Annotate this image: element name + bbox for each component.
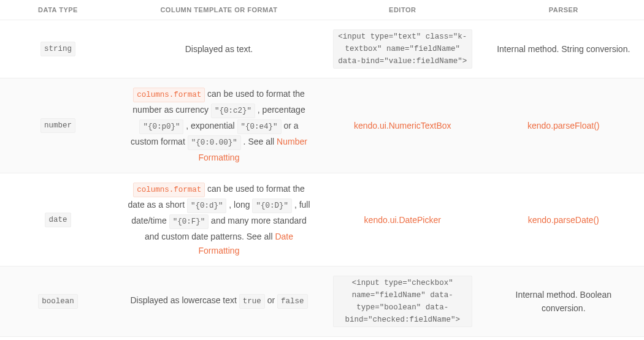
datatype-number: number — [40, 118, 75, 133]
table-row-date: date columns.format can be used to forma… — [0, 173, 644, 266]
table-row-object: object Arrays and Objects without templa… — [0, 337, 644, 340]
editor-string: <input type="text" class="k-textbox" nam… — [333, 29, 472, 69]
parser-string: Internal method. String conversion. — [497, 44, 630, 54]
editor-number-link[interactable]: kendo.ui.NumericTextBox — [354, 121, 451, 130]
editor-date-link[interactable]: kendo.ui.DatePicker — [364, 215, 441, 225]
columns-format-link-date[interactable]: columns.format — [133, 183, 205, 197]
parser-number-link[interactable]: kendo.parseFloat() — [527, 121, 600, 130]
table-row-number: number columns.format can be used to for… — [0, 78, 644, 173]
table-row-boolean: boolean Displayed as lowercase text true… — [0, 266, 644, 337]
template-date: columns.format can be used to format the… — [116, 173, 322, 266]
datatype-table: DATA TYPE COLUMN TEMPLATE OR FORMAT EDIT… — [0, 0, 644, 340]
datatype-string: string — [40, 42, 75, 56]
template-boolean: Displayed as lowercase text true or fals… — [116, 266, 322, 337]
datatype-boolean: boolean — [38, 294, 78, 309]
datatype-date: date — [45, 213, 71, 227]
header-datatype: DATA TYPE — [0, 0, 116, 20]
template-number: columns.format can be used to format the… — [116, 78, 322, 173]
columns-format-link[interactable]: columns.format — [133, 88, 205, 102]
header-parser: PARSER — [483, 0, 645, 20]
table-row-string: string Displayed as text. <input type="t… — [0, 20, 644, 78]
parser-boolean: Internal method. Boolean conversion. — [516, 290, 611, 313]
template-object: Arrays and Objects without templates are… — [116, 337, 322, 340]
editor-boolean: <input type="checkbox" name="fieldName" … — [333, 276, 472, 327]
header-editor: EDITOR — [322, 0, 483, 20]
parser-date-link[interactable]: kendo.parseDate() — [528, 215, 599, 225]
template-string: Displayed as text. — [185, 44, 253, 54]
header-template: COLUMN TEMPLATE OR FORMAT — [116, 0, 322, 20]
